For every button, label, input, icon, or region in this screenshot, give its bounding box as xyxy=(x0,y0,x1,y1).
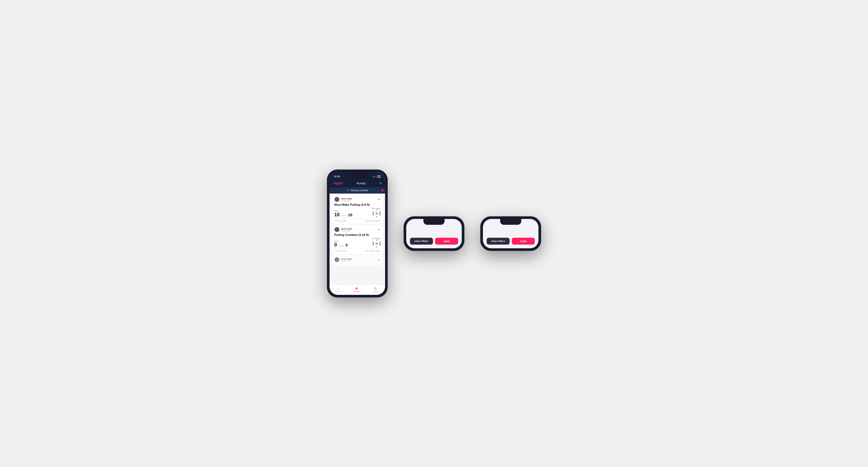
phone-3-screen: 11:33 ▲ ≈ 51 clippd Activity ≡ ⊞ Viewing… xyxy=(483,219,538,248)
viewing-banner-1[interactable]: ⊞ Viewing Activities xyxy=(330,187,385,193)
footer-info-2[interactable]: ℹ Test Information xyxy=(334,250,347,252)
user-details-1: Josh Coles 28 Feb 2023 xyxy=(341,197,352,201)
nav-activities[interactable]: ♟ Activities xyxy=(353,286,360,292)
bottom-nav-1: ⌂ Home ♟ Activities ⊕ Capture xyxy=(330,284,385,295)
nav-capture[interactable]: ⊕ Capture xyxy=(373,286,378,292)
clear-filters-btn-3[interactable]: Clear Filters xyxy=(487,238,509,245)
phone-3: 11:33 ▲ ≈ 51 clippd Activity ≡ ⊞ Viewing… xyxy=(480,216,541,251)
footer-info-1[interactable]: ℹ Test Information xyxy=(334,220,347,222)
modal-footer-3: Clear Filters Apply xyxy=(487,238,535,245)
home-label: Home xyxy=(336,291,340,292)
signal-icon: ▲ xyxy=(373,176,374,178)
activity-list-1: Josh Coles 28 Feb 2023 ••• Must Make Put… xyxy=(330,195,385,284)
user-date-1: 28 Feb 2023 xyxy=(341,200,352,201)
user-name-3: Josh Coles xyxy=(341,258,352,260)
phone-2: 11:33 ▲ ≈ 51 clippd Activity ≡ ⊞ Viewing… xyxy=(404,216,464,251)
apply-btn-3[interactable]: Apply xyxy=(512,238,535,245)
clear-filters-btn-2[interactable]: Clear Filters xyxy=(410,238,433,245)
outof-2: OUT OF xyxy=(338,245,344,247)
status-time-1: 11:33 xyxy=(334,175,340,178)
activity-card-3[interactable]: Josh Coles 28 Feb 2023 ••• xyxy=(332,255,383,266)
user-info-1: Josh Coles 28 Feb 2023 xyxy=(334,197,352,202)
card-header-1: Josh Coles 28 Feb 2023 ••• xyxy=(334,197,380,202)
data-source-2: Data: Clippd Capture xyxy=(366,250,380,252)
card-stats-1: Score 10 OUT OF 20 Shot Quality 75 xyxy=(334,208,380,217)
practice-round-btn-2[interactable]: Practice xyxy=(410,219,424,220)
avatar-2 xyxy=(334,227,340,232)
hamburger-icon-1[interactable]: ≡ xyxy=(380,182,381,185)
outof-1: OUT OF xyxy=(341,215,347,217)
score-label-1: Score xyxy=(334,210,352,212)
notification-dot-1 xyxy=(381,189,383,191)
phone-1-screen: 11:33 ▲ ≈ 51 clippd Activity ≡ ⊞ Viewing… xyxy=(330,172,385,295)
battery-icon: 51 xyxy=(377,175,381,178)
notch-2 xyxy=(424,219,444,225)
score-label-2: Score xyxy=(334,240,347,242)
activities-label: Activities xyxy=(353,291,360,292)
wifi-icon: ≈ xyxy=(375,176,376,178)
user-date-3: 28 Feb 2023 xyxy=(341,260,352,262)
test-info-2: Test Information xyxy=(335,250,347,252)
card-header-2: Josh Coles 28 Feb 2023 ••• xyxy=(334,227,380,232)
capture-label: Capture xyxy=(373,291,378,292)
card-footer-1: ℹ Test Information Data: Clippd Capture xyxy=(334,218,380,222)
capture-icon: ⊕ xyxy=(374,286,377,290)
shot-quality-badge-1: 75 xyxy=(373,210,380,217)
card-footer-2: ℹ Test Information Data: Clippd Capture xyxy=(334,249,380,252)
score-value-1: 10 xyxy=(334,212,340,217)
test-info-1: Test Information xyxy=(335,220,347,222)
score-row-2: 0 OUT OF 9 xyxy=(334,243,347,247)
modal-footer-2: Clear Filters Apply xyxy=(410,238,458,245)
avatar-3 xyxy=(334,257,340,262)
activity-card-2[interactable]: Josh Coles 28 Feb 2023 ••• Putting Combi… xyxy=(332,225,383,254)
card-stats-2: Score 0 OUT OF 9 Shot Quality 45 xyxy=(334,238,380,247)
shot-quality-label-2: Shot Quality xyxy=(372,238,380,239)
score-row-1: 10 OUT OF 20 xyxy=(334,212,352,217)
activity-card-1[interactable]: Josh Coles 28 Feb 2023 ••• Must Make Put… xyxy=(332,195,383,224)
app-logo-1: clippd xyxy=(333,181,342,185)
score-section-2: Score 0 OUT OF 9 xyxy=(334,240,347,247)
shot-quality-badge-2: 45 xyxy=(373,240,380,247)
info-icon-1: ℹ xyxy=(334,220,335,222)
more-options-1[interactable]: ••• xyxy=(377,198,380,201)
more-options-2[interactable]: ••• xyxy=(377,228,380,231)
viewing-banner-text-1: Viewing Activities xyxy=(350,189,368,192)
data-source-1: Data: Clippd Capture xyxy=(366,220,380,222)
user-info-2: Josh Coles 28 Feb 2023 xyxy=(334,227,352,232)
activities-icon: ♟ xyxy=(355,286,358,290)
avatar-1 xyxy=(334,197,340,202)
home-icon: ⌂ xyxy=(337,286,339,290)
phone-2-screen: 11:33 ▲ ≈ 51 clippd Activity ≡ ⊞ Viewing… xyxy=(406,219,462,248)
info-icon-2: ℹ xyxy=(334,250,335,252)
app-title-1: Activity xyxy=(356,182,366,185)
score-value-2: 0 xyxy=(334,243,337,247)
scene: 11:33 ▲ ≈ 51 clippd Activity ≡ ⊞ Viewing… xyxy=(311,154,557,313)
status-icons-1: ▲ ≈ 51 xyxy=(373,175,381,178)
shots-value-2: 9 xyxy=(346,243,348,247)
card-title-2: Putting Combine (3-15 ft) xyxy=(334,233,380,237)
notch-1 xyxy=(347,172,368,178)
score-section-1: Score 10 OUT OF 20 xyxy=(334,210,352,217)
card-header-3: Josh Coles 28 Feb 2023 ••• xyxy=(334,257,380,262)
more-options-3[interactable]: ••• xyxy=(377,258,380,261)
user-date-2: 28 Feb 2023 xyxy=(341,230,352,232)
ott-btn-3[interactable]: OTT xyxy=(487,219,497,220)
user-details-2: Josh Coles 28 Feb 2023 xyxy=(341,228,352,232)
notch-3 xyxy=(500,219,521,225)
shot-quality-section-2: Shot Quality 45 xyxy=(372,238,380,247)
phone-1: 11:33 ▲ ≈ 51 clippd Activity ≡ ⊞ Viewing… xyxy=(327,169,388,298)
shot-quality-section-1: Shot Quality 75 xyxy=(372,208,380,217)
shots-value-1: 20 xyxy=(348,213,352,217)
apply-btn-2[interactable]: Apply xyxy=(435,238,458,245)
app-header-1: clippd Activity ≡ xyxy=(330,180,385,187)
user-details-3: Josh Coles 28 Feb 2023 xyxy=(341,258,352,262)
card-title-1: Must Make Putting (3-6 ft) xyxy=(334,203,380,206)
nav-home[interactable]: ⌂ Home xyxy=(336,286,340,292)
putt-btn-3[interactable]: PUTT xyxy=(522,219,533,220)
user-name-1: Josh Coles xyxy=(341,197,352,200)
user-info-3: Josh Coles 28 Feb 2023 xyxy=(334,257,352,262)
spacer-3 xyxy=(487,223,535,234)
spacer-2 xyxy=(410,223,458,234)
filter-icon-1: ⊞ xyxy=(346,189,348,192)
user-name-2: Josh Coles xyxy=(341,228,352,230)
